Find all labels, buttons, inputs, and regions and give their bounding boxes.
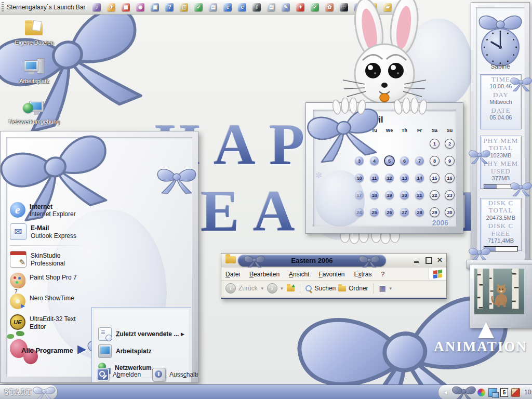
calendar-day-icon[interactable]: 5 [500,388,508,397]
calendar-date[interactable]: 25 [370,208,379,217]
calendar-date[interactable]: 14 [415,174,424,182]
calendar-date[interactable]: 18 [370,191,379,200]
help-icon[interactable]: ? [165,3,174,11]
windows-grid-icon[interactable]: ▦ [122,3,130,11]
taskbar-clock[interactable]: 10:00 [524,389,532,396]
calendar-date[interactable]: 28 [415,208,424,217]
calendar-date[interactable]: 6 [400,156,409,165]
calendar-date[interactable]: 3 [355,156,364,165]
calendar-date[interactable]: 11 [370,174,379,182]
forward-button[interactable]: › [267,283,277,294]
menu-help[interactable]: ? [381,271,385,278]
calendar-date[interactable]: 4 [370,156,379,165]
bird-mail-icon[interactable]: ✈ [107,3,115,11]
forward-dropdown[interactable]: ▼ [280,286,284,291]
calendar-date[interactable]: 5 [385,156,394,165]
calendar-date[interactable]: 13 [400,174,409,182]
logoff-button[interactable]: Abmelden [97,368,141,381]
shutdown-button[interactable]: Ausschalten [152,368,198,381]
close-button[interactable]: ✕ [436,257,443,263]
cougar-photo [474,269,524,314]
calendar-date[interactable]: 30 [445,207,455,217]
menu-ansicht[interactable]: Ansicht [289,271,309,278]
desktop-icon-eigene-dateien[interactable]: Eigene Dateien [3,20,65,46]
desktop-icon-arbeitsplatz[interactable]: Arbeitsplatz [3,58,65,84]
calendar-cell: 4 [367,152,382,169]
calendar-date[interactable]: 15 [430,173,440,183]
calendar-date[interactable]: 2 [445,139,455,149]
flash-icon[interactable]: f [252,3,261,11]
up-button[interactable]: ▲ [287,286,295,291]
system-properties-icon[interactable]: ▣ [151,3,159,11]
calculator-icon[interactable]: ▤ [209,3,217,11]
mail-icon [10,223,26,240]
all-programs-arrow-icon[interactable]: ▶ [77,342,86,356]
tray-collapse-arrow[interactable]: ◀ [444,390,447,395]
start-menu-item[interactable]: UltraEdit-32 Text Editor [10,314,89,330]
red-star-icon[interactable]: ✦ [296,3,304,11]
notepad-icon[interactable]: ▤ [267,3,275,11]
window-titlebar[interactable]: Eastern 2006 ✕ [221,254,446,268]
network-status-icon[interactable] [488,388,497,397]
media-notes-icon[interactable]: ♪ [92,3,101,11]
calendar-date[interactable]: 26 [385,208,394,217]
date-value: 05.04.06 [481,114,521,122]
menu-bearbeiten[interactable]: Bearbeiten [249,271,280,278]
shutdown-label: Ausschalten [169,371,198,378]
calendar-date[interactable]: 7 [415,156,424,165]
calendar-empty-cell [412,135,427,152]
calendar-date[interactable]: 20 [400,191,409,200]
calendar-date[interactable]: 22 [430,190,440,200]
start-menu-item[interactable]: Arbeitsplatz [98,344,184,358]
calendar-date[interactable]: 8 [430,156,440,166]
lock-icon[interactable]: ◫ [180,3,188,11]
menu-favoriten[interactable]: Favoriten [318,271,344,278]
clipboard-pen-icon[interactable]: ✎ [282,3,290,11]
bow-decoration [240,254,269,269]
mail-check2-icon[interactable]: ✓ [311,3,319,11]
internet-explorer2-icon[interactable]: e [238,3,246,11]
views-dropdown[interactable]: ▼ [389,286,393,291]
all-programs-button[interactable]: Alle Programme [21,347,73,354]
windowblinds-pinwheel-icon[interactable] [477,389,485,396]
toolbar-grip[interactable] [2,2,4,12]
menu-datei[interactable]: Datei [225,271,240,278]
calendar-date[interactable]: 1 [430,139,440,149]
views-icon[interactable]: ▦ [379,285,386,292]
calendar-date[interactable]: 19 [385,191,394,200]
calendar-date[interactable]: 9 [445,156,455,166]
folders-label[interactable]: Ordner [349,285,368,292]
minimize-button[interactable] [414,257,420,263]
launch-bar-title: Sternengalaxy`s Launch Bar [7,4,85,11]
back-button[interactable]: ‹ [225,283,236,294]
start-menu-item-label: Nero ShowTime [30,295,74,302]
calendar-cell: 5 [382,152,397,169]
start-menu-item[interactable]: E-MailOutlook Express [10,223,89,240]
mail-check-icon[interactable]: ✓ [194,3,203,11]
calendar-date[interactable]: 27 [400,208,409,217]
search-label[interactable]: Suchen [315,285,336,292]
start-menu-item[interactable]: Nero ShowTime [10,294,89,309]
calendar-cell: 7 [412,152,427,169]
desktop-icon-netzwerkumgebung[interactable]: Netzwerkumgebung [3,99,65,125]
calendar-day-header: Fr [412,128,427,133]
internet-explorer-icon[interactable]: e [223,3,232,11]
start-menu-item[interactable]: InternetInternet Explorer [10,202,89,218]
calendar-date[interactable]: 16 [445,173,455,183]
start-button[interactable]: START [0,385,58,399]
calendar-date[interactable]: 12 [385,174,394,182]
folders-icon[interactable] [338,286,346,291]
start-menu-item[interactable]: SkinStudio Professional [10,251,89,268]
calendar-date[interactable]: 23 [445,190,455,200]
search-icon[interactable] [305,285,312,292]
maximize-button[interactable] [425,257,432,263]
start-menu-item[interactable]: 7Paint Shop Pro 7 [10,273,89,288]
menu-extras[interactable]: Extras [354,271,372,278]
skin-manager-icon[interactable] [511,388,520,397]
back-dropdown[interactable]: ▼ [260,286,264,291]
calendar-date[interactable]: 29 [430,207,440,217]
start-menu-item-sublabel: Internet Explorer [30,210,76,218]
color-wheel-icon[interactable]: ◉ [136,3,144,11]
start-menu-item[interactable]: Zuletzt verwendete ...▶ [98,327,184,341]
calendar-date[interactable]: 21 [415,191,424,200]
